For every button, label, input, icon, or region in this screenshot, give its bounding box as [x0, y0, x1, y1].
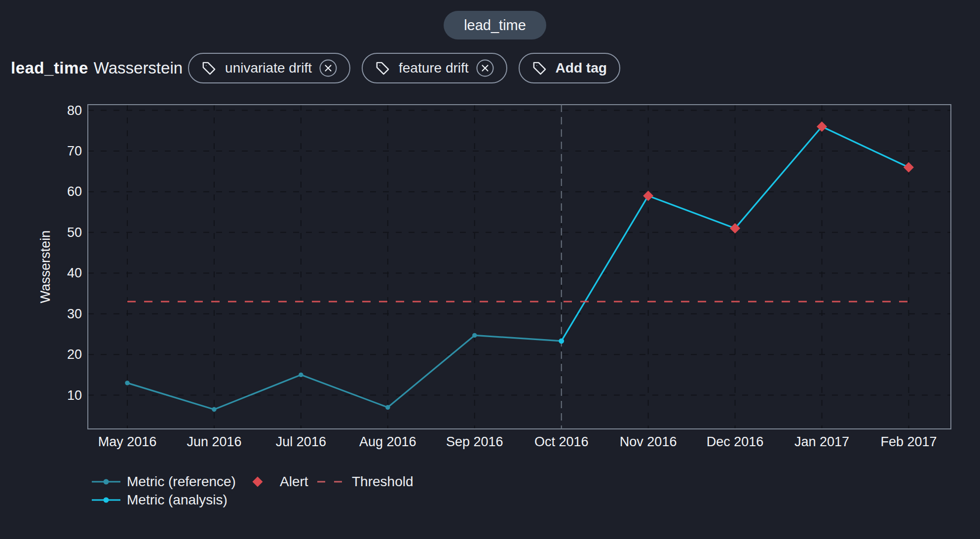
y-axis-title: Wasserstein — [38, 231, 53, 304]
metric-line-chart: May 2016Jun 2016Jul 2016Aug 2016Sep 2016… — [0, 0, 980, 539]
line-marker — [385, 405, 390, 410]
legend-item-metric-analysis[interactable]: Metric (analysis) — [92, 493, 227, 507]
line-marker — [212, 407, 216, 412]
y-tick-label: 40 — [67, 266, 82, 280]
x-tick-label: Jul 2016 — [276, 434, 326, 449]
legend-label: Metric (reference) — [127, 474, 236, 490]
x-tick-label: Jun 2016 — [187, 434, 241, 449]
line-marker — [472, 333, 477, 338]
y-tick-label: 10 — [67, 388, 82, 403]
x-tick-label: Aug 2016 — [359, 434, 416, 449]
alert-marker — [904, 162, 914, 172]
x-tick-label: May 2016 — [98, 434, 157, 449]
legend-item-threshold[interactable]: Threshold — [317, 474, 414, 489]
threshold-line-swatch — [317, 478, 343, 485]
x-tick-label: Feb 2017 — [880, 434, 937, 449]
legend-item-alert[interactable]: Alert — [252, 474, 308, 489]
y-tick-label: 50 — [67, 225, 82, 240]
x-tick-label: Jan 2017 — [794, 434, 849, 449]
reference-line-swatch — [92, 478, 120, 485]
y-tick-label: 80 — [67, 103, 82, 118]
page: { "page": { "background": "#1c1f29" }, "… — [0, 0, 980, 539]
legend-item-metric-reference[interactable]: Metric (reference) — [92, 474, 236, 489]
y-tick-label: 30 — [67, 307, 82, 321]
x-tick-label: Oct 2016 — [534, 434, 589, 449]
x-tick-label: Dec 2016 — [707, 434, 764, 449]
reference-line — [127, 335, 562, 409]
y-tick-label: 20 — [67, 347, 82, 362]
legend-label: Metric (analysis) — [127, 492, 227, 508]
line-marker — [125, 381, 129, 385]
x-tick-label: Sep 2016 — [446, 434, 503, 449]
line-marker — [559, 339, 564, 344]
x-tick-label: Nov 2016 — [620, 434, 677, 449]
alert-diamond-swatch — [252, 476, 264, 488]
plot-border — [88, 105, 951, 429]
analysis-line-swatch — [92, 497, 120, 503]
legend-label: Threshold — [352, 474, 414, 490]
y-tick-label: 70 — [67, 144, 82, 158]
legend-label: Alert — [280, 474, 308, 490]
y-tick-label: 60 — [67, 184, 82, 199]
line-marker — [299, 373, 303, 377]
